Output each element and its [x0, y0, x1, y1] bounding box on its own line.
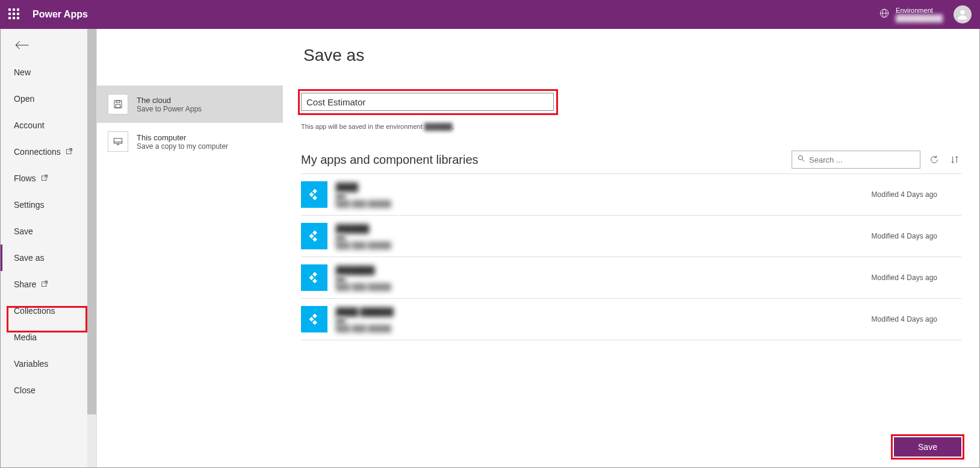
sidebar-item-new[interactable]: New: [1, 59, 96, 86]
svg-rect-29: [309, 317, 314, 322]
svg-point-17: [798, 155, 802, 160]
sidebar-item-label: Collections: [14, 306, 55, 316]
svg-rect-26: [309, 275, 314, 280]
svg-rect-30: [312, 320, 317, 325]
app-icon: [301, 306, 327, 332]
sidebar-item-save-as[interactable]: Save as: [1, 245, 96, 271]
environment-label: Environment: [896, 7, 943, 14]
sidebar-item-label: Settings: [14, 200, 45, 210]
svg-rect-24: [312, 237, 317, 242]
app-sub1: ██: [336, 234, 391, 242]
sidebar-item-label: Account: [14, 120, 45, 130]
svg-line-7: [44, 175, 47, 178]
sidebar-item-connections[interactable]: Connections: [1, 139, 96, 165]
app-sub2: ███ ███ █████: [336, 242, 391, 249]
app-sub2: ███ ███ █████: [336, 200, 391, 207]
svg-rect-19: [312, 189, 317, 194]
environment-name: ██████████: [896, 14, 943, 22]
app-modified: Modified 4 Days ago: [872, 190, 937, 199]
sidebar-item-label: Variables: [14, 359, 48, 369]
sidebar-item-label: Media: [14, 332, 37, 342]
svg-line-9: [45, 281, 48, 284]
app-row[interactable]: ███████████ ███ █████Modified 4 Days ago: [301, 216, 961, 257]
environment-note: This app will be saved in the environmen…: [301, 123, 961, 130]
main-panel: Save as This app will be saved in the en…: [283, 29, 979, 467]
back-button[interactable]: [1, 29, 96, 59]
apps-section-title: My apps and component libraries: [301, 153, 479, 167]
sidebar-item-label: Close: [14, 385, 36, 395]
svg-rect-11: [116, 101, 120, 103]
target-subtitle: Save to Power Apps: [137, 105, 202, 113]
search-icon: [797, 154, 805, 165]
save-target-this-computer[interactable]: This computerSave a copy to my computer: [97, 123, 283, 160]
sidebar-item-open[interactable]: Open: [1, 86, 96, 112]
app-sub2: ███ ███ █████: [336, 283, 391, 290]
brand-title: Power Apps: [33, 9, 88, 20]
svg-rect-21: [312, 196, 317, 201]
app-launcher-icon[interactable]: [8, 8, 20, 20]
app-row[interactable]: █████████ ███ █████Modified 4 Days ago: [301, 173, 961, 216]
svg-rect-20: [309, 192, 314, 197]
app-row[interactable]: ████ ███████████ ███ █████Modified 4 Day…: [301, 299, 961, 340]
app-icon: [301, 264, 327, 291]
app-row[interactable]: ████████████ ███ █████Modified 4 Days ag…: [301, 257, 961, 299]
app-name-input[interactable]: [301, 93, 554, 111]
user-avatar[interactable]: [954, 5, 972, 23]
app-name: ██████: [336, 224, 391, 233]
sidebar-item-media[interactable]: Media: [1, 324, 96, 351]
environment-selector[interactable]: Environment ██████████: [879, 7, 943, 22]
sidebar-item-settings[interactable]: Settings: [1, 192, 96, 218]
svg-point-3: [960, 10, 964, 14]
sidebar-item-account[interactable]: Account: [1, 112, 96, 139]
sidebar-item-label: Save: [14, 226, 33, 236]
app-name: ███████: [336, 266, 391, 275]
svg-rect-12: [116, 105, 120, 108]
search-box[interactable]: [792, 151, 920, 169]
app-name: ████: [336, 183, 391, 192]
app-sub1: ██: [336, 317, 394, 325]
sidebar-item-label: Open: [14, 94, 34, 104]
external-link-icon: [41, 279, 48, 289]
sidebar-item-collections[interactable]: Collections: [1, 298, 96, 324]
save-target-the-cloud[interactable]: The cloudSave to Power Apps: [97, 86, 283, 123]
refresh-button[interactable]: [928, 153, 941, 166]
app-modified: Modified 4 Days ago: [872, 273, 937, 282]
save-button[interactable]: Save: [894, 437, 961, 457]
target-title: This computer: [137, 133, 228, 142]
external-link-icon: [66, 147, 73, 157]
sidebar-item-label: New: [14, 67, 31, 77]
apps-list: █████████ ███ █████Modified 4 Days ago██…: [301, 173, 961, 340]
top-bar: Power Apps Environment ██████████: [0, 0, 980, 29]
svg-rect-25: [312, 272, 317, 277]
target-subtitle: Save a copy to my computer: [137, 142, 228, 151]
sidebar-item-share[interactable]: Share: [1, 271, 96, 298]
sidebar-item-close[interactable]: Close: [1, 377, 96, 404]
svg-rect-23: [309, 234, 314, 239]
sidebar-item-variables[interactable]: Variables: [1, 351, 96, 377]
page-title: Save as: [303, 46, 364, 65]
search-input[interactable]: [809, 155, 915, 164]
target-title: The cloud: [137, 96, 202, 105]
globe-icon: [879, 8, 890, 21]
app-icon: [301, 223, 327, 249]
external-link-icon: [41, 173, 48, 183]
svg-rect-10: [114, 101, 122, 108]
svg-line-18: [802, 160, 805, 162]
sidebar-item-flows[interactable]: Flows: [1, 165, 96, 192]
file-menu-sidebar: NewOpenAccountConnectionsFlowsSettingsSa…: [1, 29, 97, 467]
save-icon: [108, 94, 128, 114]
svg-rect-27: [312, 279, 317, 284]
app-name: ████ ██████: [336, 307, 394, 316]
svg-line-5: [69, 149, 72, 152]
svg-rect-13: [114, 139, 122, 143]
sidebar-item-label: Share: [14, 279, 36, 289]
app-sub1: ██: [336, 276, 391, 283]
svg-rect-28: [312, 314, 317, 319]
sidebar-item-label: Connections: [14, 147, 61, 157]
sidebar-item-label: Flows: [14, 173, 36, 183]
app-icon: [301, 181, 327, 208]
sidebar-item-save[interactable]: Save: [1, 218, 96, 245]
sort-button[interactable]: [948, 153, 961, 166]
app-sub2: ███ ███ █████: [336, 325, 394, 332]
sidebar-item-label: Save as: [14, 253, 45, 263]
